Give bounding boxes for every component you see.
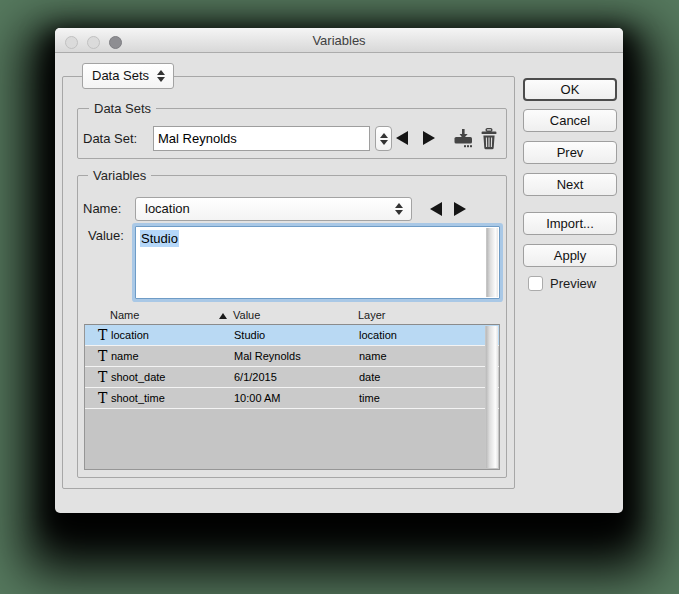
apply-button[interactable]: Apply: [523, 244, 617, 267]
text-variable-icon: T: [98, 326, 107, 345]
row-name-cell: shoot_time: [111, 388, 165, 409]
title-bar[interactable]: Variables: [55, 28, 623, 53]
data-set-stepper[interactable]: [375, 126, 392, 151]
text-variable-icon: T: [98, 347, 107, 366]
prev-button[interactable]: Prev: [523, 141, 617, 164]
row-layer-cell: date: [359, 367, 380, 388]
previous-variable-icon[interactable]: [430, 202, 442, 216]
data-set-label: Data Set:: [83, 126, 137, 151]
value-label: Value:: [88, 228, 124, 243]
cancel-button[interactable]: Cancel: [523, 109, 617, 132]
row-value-cell: 6/1/2015: [234, 367, 277, 388]
data-set-input[interactable]: Mal Reynolds: [153, 126, 370, 151]
variables-dialog: Variables Data Sets Data Sets Data Set: …: [55, 28, 623, 513]
text-variable-icon: T: [98, 368, 107, 387]
name-label: Name:: [83, 197, 121, 221]
row-name-cell: shoot_date: [111, 367, 165, 388]
next-button[interactable]: Next: [523, 173, 617, 196]
row-name-cell: name: [111, 346, 139, 367]
window-title: Variables: [55, 28, 623, 53]
row-value-cell: Mal Reynolds: [234, 346, 301, 367]
table-row[interactable]: T location Studio location: [85, 325, 499, 346]
variable-value-textarea[interactable]: Studio: [135, 226, 500, 299]
table-body: T location Studio location T name Mal Re…: [85, 325, 499, 409]
preview-checkbox[interactable]: [528, 276, 543, 291]
popup-updown-icon: [395, 203, 403, 215]
variables-legend: Variables: [88, 168, 151, 183]
table-scrollbar[interactable]: [485, 326, 498, 468]
stepper-up-icon: [380, 133, 388, 138]
sort-ascending-icon: [219, 313, 227, 319]
text-variable-icon: T: [98, 389, 107, 408]
selected-value-text: Studio: [140, 230, 179, 247]
variables-table: T location Studio location T name Mal Re…: [84, 324, 500, 470]
row-name-cell: location: [111, 325, 149, 346]
row-layer-cell: time: [359, 388, 380, 409]
import-button[interactable]: Import...: [523, 212, 617, 235]
delete-data-set-trash-icon[interactable]: [480, 127, 498, 151]
ok-button[interactable]: OK: [523, 78, 617, 101]
column-header-layer[interactable]: Layer: [358, 309, 386, 321]
preview-checkbox-label: Preview: [550, 276, 596, 292]
row-layer-cell: location: [359, 325, 397, 346]
table-row[interactable]: T name Mal Reynolds name: [85, 346, 499, 367]
column-header-name[interactable]: Name: [110, 309, 139, 321]
variable-name-popup[interactable]: location: [135, 197, 412, 221]
view-selector-popup[interactable]: Data Sets: [82, 63, 174, 89]
save-data-set-icon[interactable]: [452, 127, 474, 151]
stepper-down-icon: [380, 140, 388, 145]
table-row[interactable]: T shoot_time 10:00 AM time: [85, 388, 499, 409]
row-value-cell: 10:00 AM: [234, 388, 280, 409]
column-header-value[interactable]: Value: [233, 309, 260, 321]
row-layer-cell: name: [359, 346, 387, 367]
variable-name-value: location: [145, 198, 190, 220]
previous-data-set-icon[interactable]: [396, 131, 408, 145]
value-scrollbar[interactable]: [486, 228, 498, 297]
next-data-set-icon[interactable]: [423, 131, 435, 145]
next-variable-icon[interactable]: [454, 202, 466, 216]
table-row[interactable]: T shoot_date 6/1/2015 date: [85, 367, 499, 388]
data-sets-legend: Data Sets: [89, 101, 156, 116]
view-selector-value: Data Sets: [92, 64, 149, 88]
row-value-cell: Studio: [234, 325, 265, 346]
popup-updown-icon: [157, 70, 165, 82]
